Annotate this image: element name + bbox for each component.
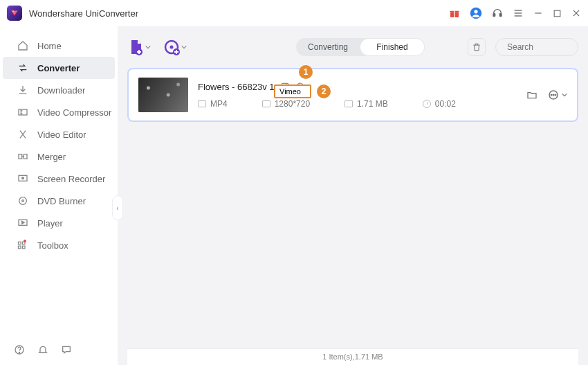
headset-icon[interactable] [492, 8, 503, 19]
menu-icon[interactable] [513, 8, 524, 19]
delete-button[interactable] [468, 38, 486, 56]
svg-rect-11 [554, 10, 560, 17]
svg-point-20 [22, 200, 24, 202]
svg-point-38 [555, 94, 556, 96]
editor-icon [17, 128, 29, 141]
toolbox-icon [17, 239, 29, 251]
video-title: Flowers - 66823v 1 [198, 82, 275, 92]
search-box[interactable] [495, 38, 578, 56]
tab-segment: Converting Finished [296, 38, 425, 56]
search-input[interactable] [507, 42, 588, 52]
tab-finished[interactable]: Finished [360, 39, 424, 55]
svg-point-27 [19, 352, 19, 353]
content-area: Converting Finished /* visually converti… [118, 26, 588, 365]
callout-2: 2 [317, 84, 331, 98]
svg-rect-6 [499, 14, 502, 17]
download-icon [17, 84, 29, 96]
feedback-icon[interactable] [61, 344, 72, 355]
home-icon [17, 39, 29, 52]
merger-icon [17, 150, 29, 163]
sidebar-item-label: DVD Burner [37, 196, 86, 206]
sidebar-item-label: Home [37, 41, 62, 51]
sidebar-item-label: Screen Recorder [37, 174, 105, 184]
user-icon[interactable] [470, 7, 482, 19]
svg-rect-24 [18, 246, 21, 249]
open-folder-icon[interactable] [526, 89, 538, 100]
help-icon[interactable] [14, 344, 25, 355]
svg-rect-25 [22, 246, 25, 249]
sidebar: Home Converter Downloader Video Compress… [0, 26, 118, 365]
sidebar-item-merger[interactable]: Merger [3, 145, 115, 168]
app-logo [7, 6, 22, 21]
gift-icon[interactable] [449, 8, 460, 19]
sidebar-item-label: Player [37, 218, 63, 229]
tab-converting[interactable]: Converting [296, 38, 360, 56]
svg-rect-22 [18, 242, 21, 244]
player-icon [17, 217, 29, 229]
sidebar-item-label: Downloader [37, 85, 85, 96]
svg-rect-16 [24, 154, 27, 159]
recorder-icon [17, 172, 29, 185]
sidebar-item-dvd[interactable]: DVD Burner [3, 190, 115, 212]
duration-meta: 00:02 [423, 99, 456, 109]
svg-rect-15 [19, 154, 22, 159]
sidebar-item-toolbox[interactable]: Toolbox [3, 234, 115, 256]
sidebar-item-compressor[interactable]: Video Compressor [3, 101, 115, 123]
svg-point-36 [551, 94, 552, 96]
add-dvd-button[interactable] [163, 39, 187, 55]
conversion-item[interactable]: Flowers - 66823v 1 MP4 1280*720 1.71 MB … [127, 68, 578, 122]
more-options-icon[interactable] [547, 89, 567, 101]
titlebar: Wondershare UniConverter [0, 0, 588, 26]
bell-icon[interactable] [37, 344, 48, 355]
svg-point-37 [553, 94, 554, 96]
status-bar: 1 Item(s),1.71 MB [127, 348, 578, 365]
converter-icon [17, 62, 29, 74]
sidebar-item-editor[interactable]: Video Editor [3, 123, 115, 145]
close-icon[interactable] [571, 8, 581, 18]
dvd-icon [17, 195, 29, 207]
video-thumbnail [138, 78, 188, 112]
sidebar-item-label: Video Compressor [37, 107, 111, 118]
svg-rect-5 [493, 14, 495, 17]
sidebar-item-label: Toolbox [37, 240, 68, 251]
minimize-icon[interactable] [533, 8, 543, 18]
sidebar-item-label: Merger [37, 152, 66, 162]
resolution-meta: 1280*720 [262, 99, 310, 109]
format-meta: MP4 [198, 99, 228, 109]
add-file-button[interactable] [127, 39, 151, 55]
sidebar-item-downloader[interactable]: Downloader [3, 79, 115, 101]
svg-rect-14 [19, 109, 27, 115]
sidebar-item-converter[interactable]: Converter [3, 57, 115, 79]
sidebar-item-label: Video Editor [37, 130, 86, 140]
compress-icon [17, 106, 29, 118]
maximize-icon[interactable] [553, 9, 562, 18]
svg-point-4 [474, 10, 477, 13]
svg-rect-2 [454, 11, 454, 17]
sidebar-item-player[interactable]: Player [3, 212, 115, 234]
app-title: Wondershare UniConverter [29, 8, 138, 19]
svg-point-18 [22, 177, 24, 179]
sidebar-item-recorder[interactable]: Screen Recorder [3, 168, 115, 190]
size-meta: 1.71 MB [344, 99, 388, 109]
toolbar: Converting Finished /* visually converti… [127, 33, 578, 61]
callout-2-box: Vimeo [274, 84, 311, 98]
sidebar-item-label: Converter [37, 63, 80, 73]
sidebar-item-home[interactable]: Home [3, 35, 115, 57]
sidebar-collapse-handle[interactable]: ‹ [112, 195, 123, 220]
svg-point-30 [170, 46, 174, 49]
svg-point-19 [19, 197, 27, 205]
callout-1: 1 [299, 65, 313, 79]
